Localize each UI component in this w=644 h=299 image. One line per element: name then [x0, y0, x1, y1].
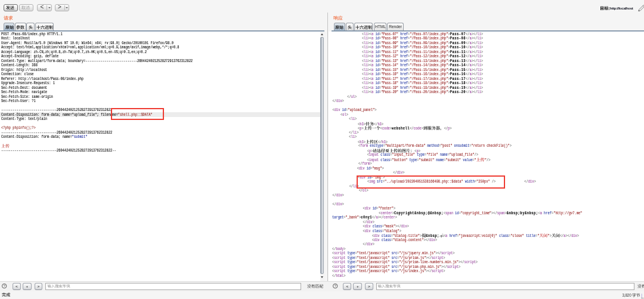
svg-text:?: ?	[4, 284, 5, 288]
svg-text:?: ?	[334, 284, 336, 288]
